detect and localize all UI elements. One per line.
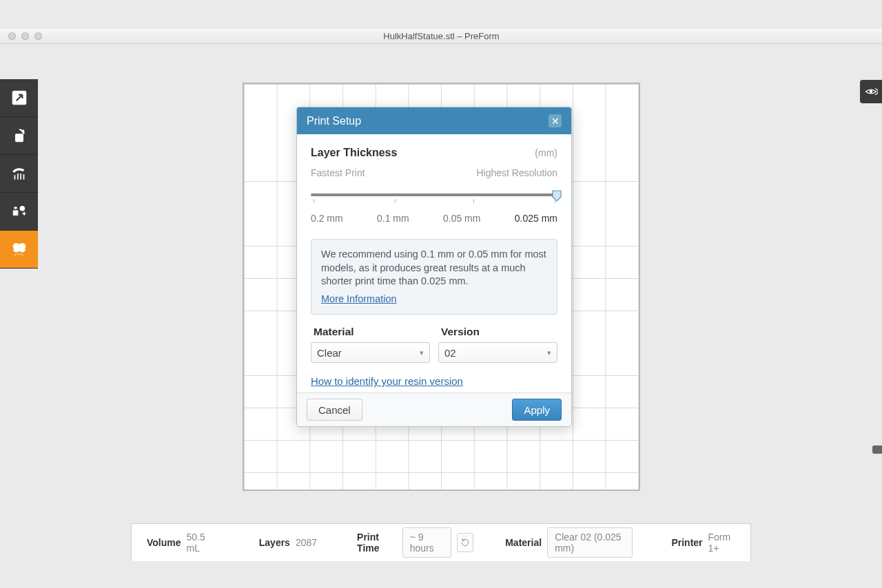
layout-icon	[10, 202, 28, 220]
version-value: 02	[444, 347, 456, 359]
view-toggle-button[interactable]	[860, 80, 882, 103]
material-select[interactable]: Clear ▾	[311, 342, 430, 363]
refresh-icon	[460, 537, 471, 548]
window-titlebar: HulkHalfStatue.stl – PreForm	[0, 29, 882, 44]
cancel-button[interactable]: Cancel	[307, 399, 362, 421]
layout-tool-button[interactable]	[0, 193, 38, 231]
eye-orbit-icon	[864, 85, 878, 98]
version-select[interactable]: 02 ▾	[438, 342, 557, 363]
tick-3: 0.025 mm	[515, 213, 557, 224]
svg-rect-2	[13, 211, 17, 216]
tick-1: 0.1 mm	[377, 213, 409, 224]
svg-point-4	[870, 90, 872, 92]
tick-0: 0.2 mm	[311, 213, 343, 224]
svg-point-3	[20, 206, 25, 211]
recommendation-box: We recommend using 0.1 mm or 0.05 mm for…	[311, 239, 557, 315]
material-value: Clear	[317, 347, 342, 359]
slider-tick-values: 0.2 mm 0.1 mm 0.05 mm 0.025 mm	[311, 213, 557, 224]
refresh-estimate-button[interactable]	[457, 533, 473, 552]
more-information-link[interactable]: More Information	[321, 293, 397, 306]
material-status-value[interactable]: Clear 02 (0.025 mm)	[547, 527, 633, 558]
apply-button[interactable]: Apply	[512, 399, 562, 421]
material-label: Material	[311, 326, 430, 338]
chevron-down-icon: ▾	[547, 348, 551, 357]
dialog-header: Print Setup ✕	[297, 107, 571, 134]
layer-slider-handle[interactable]	[872, 445, 882, 454]
version-label: Version	[438, 326, 557, 338]
status-bar: Volume 50.5 mL Layers 2087 Print Time ~ …	[131, 523, 751, 561]
dialog-close-button[interactable]: ✕	[548, 114, 562, 127]
printer-value: Form 1+	[708, 532, 735, 554]
print-time-label: Print Time	[357, 532, 397, 554]
orient-tool-button[interactable]	[0, 117, 38, 155]
left-toolbar	[0, 79, 38, 269]
butterfly-icon	[10, 240, 28, 258]
layers-label: Layers	[259, 537, 290, 548]
close-icon: ✕	[551, 116, 560, 127]
recommendation-text: We recommend using 0.1 mm or 0.05 mm for…	[321, 248, 547, 288]
size-tool-button[interactable]	[0, 79, 38, 117]
layer-thickness-unit: (mm)	[535, 147, 557, 158]
dialog-title: Print Setup	[307, 115, 361, 127]
print-setup-tool-button[interactable]	[0, 231, 38, 269]
print-time-value: ~ 9 hours	[402, 527, 452, 558]
material-status-label: Material	[505, 537, 542, 548]
volume-label: Volume	[147, 537, 181, 548]
chevron-down-icon: ▾	[420, 348, 424, 357]
printer-label: Printer	[671, 537, 702, 548]
layers-value: 2087	[296, 537, 317, 548]
rotate-icon	[10, 127, 28, 145]
print-setup-dialog: Print Setup ✕ Layer Thickness (mm) Faste…	[296, 107, 572, 427]
scale-icon	[10, 89, 28, 107]
fastest-print-label: Fastest Print	[311, 167, 365, 178]
volume-value: 50.5 mL	[187, 532, 212, 554]
highest-resolution-label: Highest Resolution	[476, 167, 557, 178]
layer-thickness-label: Layer Thickness	[311, 147, 397, 159]
supports-icon	[10, 165, 28, 182]
supports-tool-button[interactable]	[0, 155, 38, 193]
resin-version-help-link[interactable]: How to identify your resin version	[311, 375, 557, 387]
svg-rect-1	[15, 134, 23, 142]
window-title: HulkHalfStatue.stl – PreForm	[1, 31, 882, 41]
tick-2: 0.05 mm	[443, 213, 480, 224]
